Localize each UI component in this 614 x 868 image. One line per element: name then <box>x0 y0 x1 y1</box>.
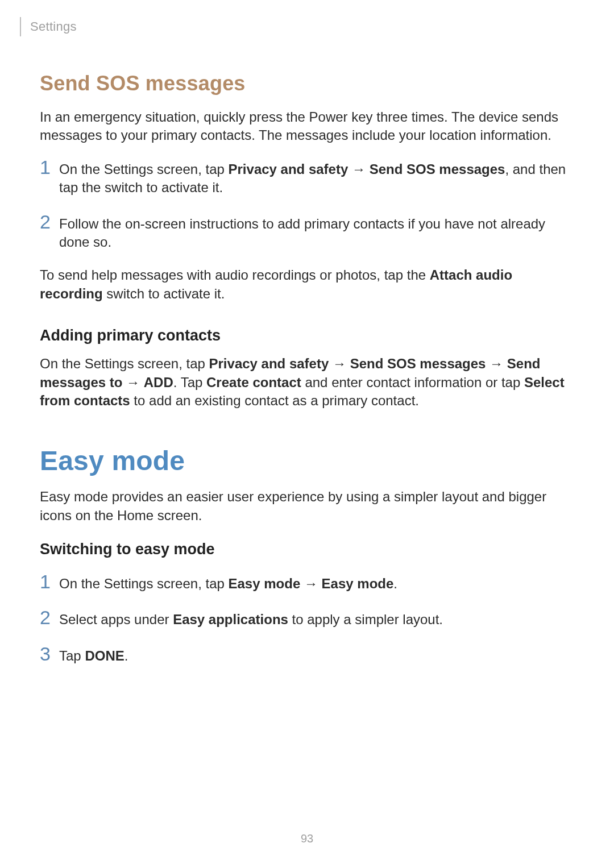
manual-page: Settings Send SOS messages In an emergen… <box>0 0 614 868</box>
page-number: 93 <box>0 832 614 845</box>
easy-mode-heading: Easy mode <box>40 445 574 476</box>
arrow-icon: → <box>348 161 369 177</box>
page-header: Settings <box>20 17 574 36</box>
header-section-label: Settings <box>30 19 77 34</box>
adding-contacts-text: On the Settings screen, tap Privacy and … <box>40 355 574 410</box>
easy-step-2: 2 Select apps under Easy applications to… <box>40 608 574 629</box>
text-fragment: Tap <box>59 648 85 663</box>
bold-text: Privacy and safety <box>229 161 349 177</box>
header-divider <box>20 17 21 36</box>
bold-text: Easy mode <box>322 576 394 591</box>
sos-heading: Send SOS messages <box>40 72 574 95</box>
step-text: Tap DONE. <box>59 647 128 665</box>
bold-text: Send SOS messages <box>370 161 505 177</box>
easy-intro-text: Easy mode provides an easier user experi… <box>40 488 574 525</box>
step-number: 3 <box>40 644 59 663</box>
text-fragment: On the Settings screen, tap <box>59 161 229 177</box>
step-number: 1 <box>40 157 59 177</box>
step-text: On the Settings screen, tap Privacy and … <box>59 160 574 197</box>
arrow-icon: → <box>486 356 507 371</box>
text-fragment: to apply a simpler layout. <box>288 612 443 627</box>
bold-text: Easy applications <box>173 612 288 627</box>
bold-text: DONE <box>85 648 124 663</box>
text-fragment: switch to activate it. <box>103 286 225 301</box>
bold-text: Easy mode <box>229 576 301 591</box>
arrow-icon: → <box>300 576 321 591</box>
step-number: 2 <box>40 608 59 627</box>
easy-step-1: 1 On the Settings screen, tap Easy mode … <box>40 572 574 593</box>
easy-step-list: 1 On the Settings screen, tap Easy mode … <box>40 572 574 665</box>
step-text: Select apps under Easy applications to a… <box>59 610 443 629</box>
text-fragment: . Tap <box>173 375 206 390</box>
text-fragment: On the Settings screen, tap <box>59 576 229 591</box>
bold-text: Send SOS messages <box>350 356 486 371</box>
page-content: Send SOS messages In an emergency situat… <box>40 36 574 665</box>
sos-step-list: 1 On the Settings screen, tap Privacy an… <box>40 157 574 252</box>
text-fragment: to add an existing contact as a primary … <box>130 393 419 408</box>
step-number: 2 <box>40 212 59 231</box>
text-fragment: To send help messages with audio recordi… <box>40 267 430 283</box>
sos-step-2: 2 Follow the on-screen instructions to a… <box>40 212 574 252</box>
switching-easy-heading: Switching to easy mode <box>40 541 574 558</box>
text-fragment: . <box>125 648 128 663</box>
adding-contacts-heading: Adding primary contacts <box>40 327 574 344</box>
bold-text: Create contact <box>206 375 301 390</box>
sos-intro-text: In an emergency situation, quickly press… <box>40 108 574 145</box>
bold-text: ADD <box>144 375 173 390</box>
arrow-icon: → <box>329 356 350 371</box>
bold-text: Privacy and safety <box>209 356 329 371</box>
text-fragment: . <box>393 576 397 591</box>
step-text: On the Settings screen, tap Easy mode → … <box>59 575 397 593</box>
arrow-icon: → <box>122 375 143 390</box>
easy-step-3: 3 Tap DONE. <box>40 644 574 665</box>
sos-step-1: 1 On the Settings screen, tap Privacy an… <box>40 157 574 197</box>
sos-audio-note: To send help messages with audio recordi… <box>40 266 574 303</box>
text-fragment: On the Settings screen, tap <box>40 356 209 371</box>
step-text: Follow the on-screen instructions to add… <box>59 215 574 252</box>
text-fragment: Select apps under <box>59 612 173 627</box>
step-number: 1 <box>40 572 59 591</box>
text-fragment: and enter contact information or tap <box>301 375 524 390</box>
